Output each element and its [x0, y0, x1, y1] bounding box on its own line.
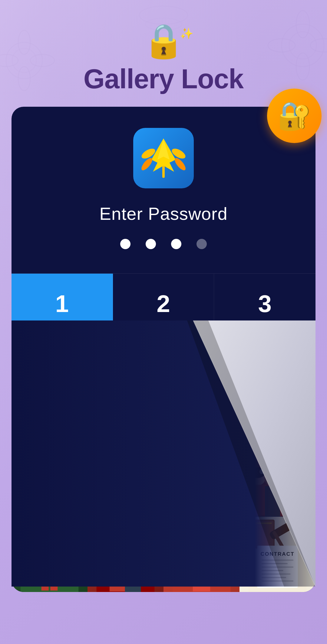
- chat-msg-4: Take it with you just in case: [116, 444, 202, 454]
- lady-outdoor-img: [113, 334, 214, 395]
- chat-msg-2: What time is the flight this afternoon?: [116, 409, 202, 425]
- chat-container: Ada pesanan 300.000 besok What time is t…: [116, 398, 212, 455]
- gallery-cell-chat: Ada pesanan 300.000 besok What time is t…: [113, 395, 214, 455]
- sexy-lady-img: [214, 395, 315, 455]
- gallery-bottom-row: CONTRACT: [12, 516, 315, 592]
- pin-dot-1: [120, 239, 130, 249]
- svg-rect-27: [151, 380, 157, 389]
- svg-rect-99: [262, 577, 286, 578]
- gallery-cell-swimsuit: [12, 517, 88, 592]
- lock-icon-container: 🔒 ✨: [143, 24, 184, 57]
- svg-point-58: [259, 469, 264, 474]
- svg-point-24: [168, 336, 195, 369]
- pin-dot-2: [146, 239, 156, 249]
- numpad: 1 2 3: [12, 273, 315, 334]
- numpad-row2-gallery: 4: [12, 334, 315, 456]
- svg-point-18: [140, 156, 154, 172]
- svg-rect-89: [254, 522, 272, 524]
- lady-lying-img: [214, 334, 315, 395]
- main-card: 🔐: [12, 107, 315, 592]
- key-3[interactable]: 3: [214, 274, 315, 334]
- couple-img: [214, 456, 315, 516]
- svg-rect-85: [193, 548, 210, 591]
- svg-rect-96: [262, 567, 293, 568]
- svg-rect-76: [135, 539, 138, 541]
- svg-rect-70: [110, 545, 126, 591]
- svg-point-73: [127, 528, 141, 538]
- key-2[interactable]: 2: [113, 274, 214, 334]
- lock-icon: 🔒: [143, 24, 184, 57]
- svg-point-41: [262, 418, 268, 421]
- svg-rect-64: [50, 564, 58, 590]
- chat-msg-3: 3 o'clock Will you bring your dog?: [125, 426, 212, 443]
- svg-rect-63: [41, 564, 49, 590]
- gallery-cell-flower-lady: [164, 517, 239, 592]
- svg-rect-57: [273, 479, 276, 481]
- gallery-cell-massage: [113, 456, 214, 516]
- gallery-cell-lady-lying: [214, 334, 315, 395]
- svg-rect-52: [250, 485, 266, 515]
- gallery-cell-indian-couple: [88, 517, 164, 592]
- app-icon: [133, 128, 194, 188]
- svg-point-33: [244, 356, 261, 366]
- key-4[interactable]: 4: [12, 334, 113, 395]
- svg-rect-38: [253, 424, 277, 455]
- svg-rect-56: [269, 479, 272, 481]
- leaf-icon-svg: [139, 134, 188, 182]
- shield-badge[interactable]: 🔐: [267, 89, 322, 143]
- svg-rect-75: [131, 539, 134, 541]
- svg-point-39: [260, 415, 263, 417]
- chat-msg-1: Ada pesanan 300.000 besok: [116, 398, 202, 408]
- flower-lady-img: [164, 517, 239, 592]
- gallery-cell-couple: [214, 456, 315, 516]
- svg-rect-97: [262, 570, 283, 571]
- gallery-cell-contract: CONTRACT: [239, 517, 315, 592]
- key-7[interactable]: 7: [12, 456, 113, 516]
- massage-img: [113, 456, 214, 516]
- pin-dots: [12, 239, 315, 249]
- enter-password-label: Enter Password: [12, 203, 315, 224]
- svg-rect-95: [262, 563, 288, 564]
- top-section: 🔒 ✨ Gallery Lock: [0, 0, 327, 95]
- svg-rect-100: [262, 581, 293, 582]
- svg-point-20: [173, 156, 187, 172]
- shield-icon: 🔐: [277, 100, 311, 132]
- gallery-cell-lady-outdoor: [113, 334, 214, 395]
- svg-rect-71: [125, 546, 141, 592]
- svg-point-74: [118, 529, 124, 534]
- svg-rect-28: [158, 380, 164, 389]
- svg-rect-98: [262, 574, 291, 575]
- svg-rect-94: [262, 560, 293, 561]
- contract-img: CONTRACT: [239, 517, 315, 592]
- svg-point-84: [193, 529, 210, 541]
- svg-point-45: [136, 484, 149, 493]
- svg-point-55: [265, 469, 280, 479]
- pin-dot-3: [171, 239, 181, 249]
- numpad-row3-gallery: 7: [12, 456, 315, 516]
- svg-rect-14: [162, 166, 165, 178]
- svg-point-25: [151, 355, 164, 368]
- svg-point-40: [267, 415, 270, 417]
- svg-rect-53: [265, 486, 280, 516]
- gallery-row3: [113, 456, 315, 516]
- sparkle-icon: ✨: [180, 27, 193, 40]
- gallery-cell-sexy-lady: [214, 395, 315, 455]
- gallery-partial-top: Ada pesanan 300.000 besok What time is t…: [113, 334, 315, 456]
- app-title: Gallery Lock: [84, 63, 243, 95]
- svg-rect-48: [133, 507, 194, 516]
- indian-couple-img: [88, 517, 164, 592]
- svg-rect-34: [259, 366, 283, 378]
- key-1[interactable]: 1: [12, 274, 113, 334]
- swimsuit-img: [12, 517, 88, 592]
- svg-rect-62: [41, 540, 58, 566]
- svg-point-61: [42, 526, 57, 535]
- svg-text:CONTRACT: CONTRACT: [261, 551, 295, 557]
- pin-dot-4: [197, 239, 207, 249]
